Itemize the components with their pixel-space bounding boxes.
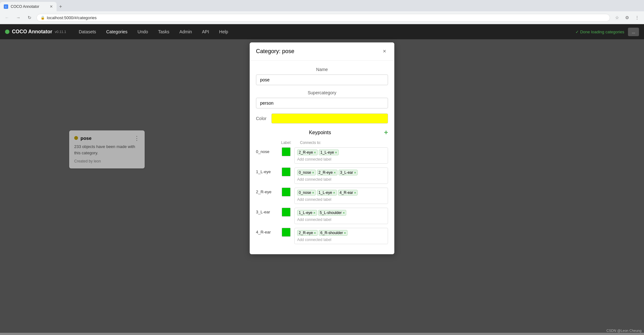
- keypoint-name: 3_L-ear: [256, 208, 278, 214]
- new-tab-button[interactable]: +: [57, 3, 64, 11]
- keypoints-col-headers: Label: Connects to:: [256, 140, 388, 145]
- nav-links: Datasets Categories Undo Tasks Admin API…: [74, 25, 233, 39]
- connection-tag-remove[interactable]: ×: [313, 211, 315, 215]
- connection-tag: 1_L-eye×: [297, 210, 317, 216]
- color-row: Color: [256, 113, 388, 124]
- connection-tag-remove[interactable]: ×: [354, 191, 356, 195]
- connection-tag-label: 2_R-eye: [299, 231, 313, 235]
- address-text: localhost:5000/#/categories: [47, 15, 97, 20]
- bookmark-button[interactable]: ☆: [613, 13, 621, 22]
- modal-body: Name Supercategory Color Keypoints: [250, 61, 394, 254]
- nav-link-tasks[interactable]: Tasks: [153, 25, 175, 39]
- connection-tag: 2_R-eye×: [317, 170, 337, 175]
- add-connected-label-button[interactable]: Add connected label: [297, 157, 385, 162]
- back-button[interactable]: ←: [3, 13, 11, 22]
- col-label-header: Label:: [281, 140, 300, 145]
- connection-tag-remove[interactable]: ×: [343, 211, 345, 215]
- app-content: pose ⋮ 233 objects have been made with t…: [0, 39, 644, 333]
- forward-button[interactable]: →: [14, 13, 23, 22]
- nav-link-help[interactable]: Help: [214, 25, 233, 39]
- browser-toolbar: ← → ↻ 🔒 localhost:5000/#/categories ☆ ⚙ …: [0, 11, 644, 24]
- keypoints-list: 0_nose2_R-eye×1_L-eye×Add connected labe…: [256, 147, 388, 244]
- connection-tag-remove[interactable]: ×: [344, 231, 346, 235]
- keypoint-color-swatch[interactable]: [282, 188, 291, 196]
- connection-tag: 1_L-eye×: [317, 190, 337, 195]
- extensions-button[interactable]: ⚙: [623, 13, 631, 22]
- add-connected-label-button[interactable]: Add connected label: [297, 177, 385, 182]
- nav-link-datasets[interactable]: Datasets: [74, 25, 101, 39]
- connection-tag-remove[interactable]: ×: [312, 191, 314, 195]
- app-version: v0.11.1: [55, 30, 66, 34]
- keypoint-name: 2_R-eye: [256, 188, 278, 194]
- color-swatch[interactable]: [271, 113, 388, 124]
- connection-tag-remove[interactable]: ×: [333, 191, 335, 195]
- keypoint-row: 3_L-ear1_L-eye×5_L-shoulder×Add connecte…: [256, 208, 388, 224]
- menu-button[interactable]: ⋮: [633, 13, 641, 22]
- nav-link-api[interactable]: API: [197, 25, 214, 39]
- connection-tag-label: 5_L-shoulder: [320, 211, 342, 215]
- app-logo: COCO Annotator: [5, 29, 52, 35]
- app-nav: COCO Annotator v0.11.1 Datasets Categori…: [0, 24, 644, 39]
- keypoint-color-swatch[interactable]: [282, 168, 291, 176]
- active-tab[interactable]: C COCO Annotator ✕: [0, 2, 57, 11]
- check-icon: ✓: [575, 30, 579, 34]
- connection-tag-label: 0_nose: [299, 190, 311, 195]
- add-connected-label-button[interactable]: Add connected label: [297, 238, 385, 242]
- connection-tag-label: 0_nose: [299, 170, 311, 175]
- nav-link-undo[interactable]: Undo: [132, 25, 153, 39]
- keypoint-name: 1_L-eye: [256, 168, 278, 174]
- add-connected-label-button[interactable]: Add connected label: [297, 197, 385, 202]
- browser-chrome: C COCO Annotator ✕ + ← → ↻ 🔒 localhost:5…: [0, 0, 644, 24]
- color-label: Color: [256, 116, 266, 121]
- connection-tag: 4_R-ear×: [338, 190, 358, 195]
- supercategory-form-group: Supercategory: [256, 90, 388, 108]
- name-input[interactable]: [256, 74, 388, 85]
- done-loading-status: ✓ Done loading categories: [575, 30, 624, 34]
- connection-tag-label: 6_R-shoulder: [320, 231, 343, 235]
- keypoints-title: Keypoints: [256, 130, 384, 135]
- modal-header: Category: pose ×: [250, 42, 394, 61]
- keypoint-name: 4_R-ear: [256, 228, 278, 234]
- nav-link-categories[interactable]: Categories: [101, 25, 133, 39]
- nav-link-admin[interactable]: Admin: [175, 25, 197, 39]
- connection-tag-label: 2_R-eye: [299, 150, 313, 155]
- tab-title: COCO Annotator: [11, 4, 39, 9]
- add-connected-label-button[interactable]: Add connected label: [297, 217, 385, 222]
- connection-tag-label: 1_L-eye: [319, 190, 332, 195]
- modal-title: Category: pose: [256, 48, 294, 55]
- reload-button[interactable]: ↻: [25, 13, 34, 22]
- keypoint-row: 2_R-eye0_nose×1_L-eye×4_R-ear×Add connec…: [256, 188, 388, 204]
- connection-tag-remove[interactable]: ×: [312, 171, 314, 174]
- watermark: CSDN @Leon Cheung: [607, 329, 641, 332]
- connection-tag-remove[interactable]: ×: [314, 231, 316, 235]
- toolbar-icons: ☆ ⚙ ⋮: [613, 13, 641, 22]
- modal-close-button[interactable]: ×: [381, 47, 388, 55]
- keypoint-color-swatch[interactable]: [282, 147, 291, 156]
- connection-tag-label: 2_R-eye: [319, 170, 333, 175]
- keypoint-connections-box: 2_R-eye×1_L-eye×Add connected label: [294, 147, 388, 164]
- connection-tag-remove[interactable]: ×: [335, 151, 337, 154]
- connection-tag-remove[interactable]: ×: [334, 171, 336, 174]
- keypoint-connections-box: 2_R-eye×6_R-shoulder×Add connected label: [294, 228, 388, 244]
- user-menu-button[interactable]: ...: [628, 28, 639, 36]
- col-connects-header: Connects to:: [300, 140, 388, 145]
- connection-tag: 0_nose×: [297, 190, 316, 195]
- logo-text: COCO Annotator: [12, 29, 52, 35]
- connection-tag: 2_R-eye×: [297, 230, 318, 236]
- connection-tag-label: 1_L-eye: [299, 211, 312, 215]
- keypoint-color-swatch[interactable]: [282, 228, 291, 237]
- connection-tag-remove[interactable]: ×: [354, 171, 356, 174]
- address-bar[interactable]: 🔒 localhost:5000/#/categories: [36, 14, 610, 22]
- modal-overlay: Category: pose × Name Supercategory Colo…: [0, 39, 644, 333]
- connection-tag-label: 4_R-ear: [340, 190, 353, 195]
- connection-tag-remove[interactable]: ×: [314, 151, 316, 154]
- add-keypoint-button[interactable]: +: [384, 129, 388, 137]
- category-modal: Category: pose × Name Supercategory Colo…: [250, 42, 394, 254]
- tab-close-button[interactable]: ✕: [50, 4, 53, 9]
- supercategory-input[interactable]: [256, 98, 388, 108]
- keypoint-color-swatch[interactable]: [282, 208, 291, 217]
- connection-tag: 5_L-shoulder×: [318, 210, 347, 216]
- tab-favicon: C: [4, 4, 8, 9]
- connection-tag: 2_R-eye×: [297, 150, 318, 155]
- connection-tag: 6_R-shoulder×: [319, 230, 347, 236]
